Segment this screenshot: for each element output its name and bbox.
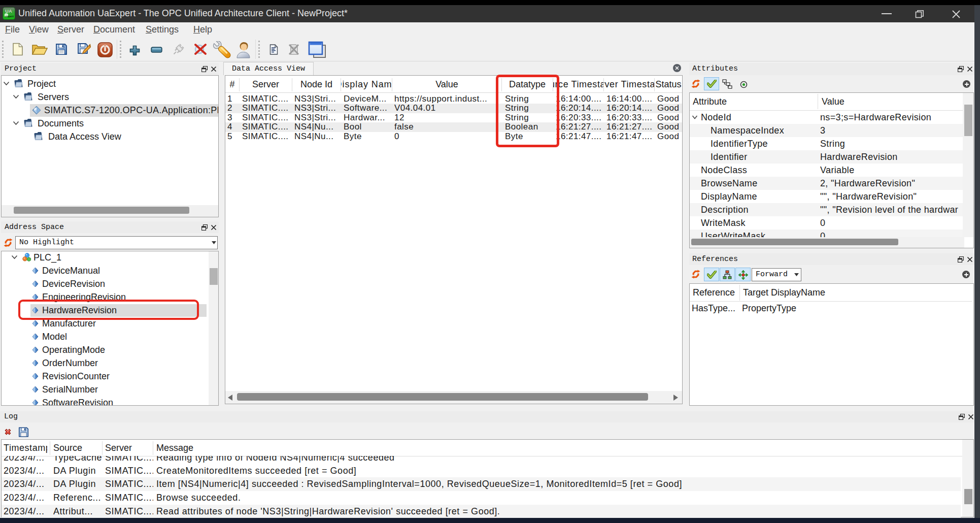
- svg-text:UA: UA: [5, 9, 12, 14]
- svg-text:expert: expert: [6, 15, 14, 18]
